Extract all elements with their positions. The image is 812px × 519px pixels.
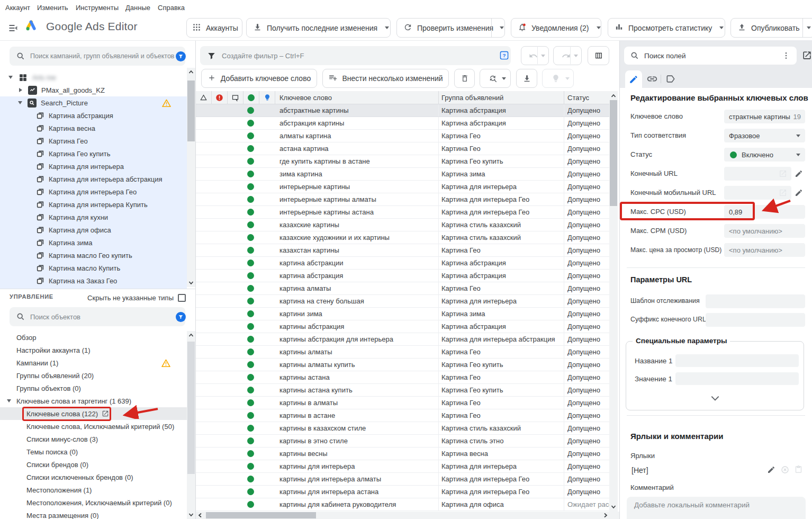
keyword-row[interactable]: картина на стену большаяКартина для инте… — [196, 295, 610, 308]
keyword-input[interactable]: страктные картины 19 — [724, 110, 805, 123]
view-statistics-button[interactable]: Просмотреть статистику — [608, 18, 725, 38]
tree-scrollbar[interactable] — [187, 68, 195, 287]
tree-ad-group[interactable]: Картина весна — [0, 122, 187, 135]
management-item[interactable]: Ключевые слова, Исключаемый критерий (50… — [0, 420, 187, 433]
tree-ad-group[interactable]: Картина для интерьера — [0, 160, 187, 173]
management-item[interactable]: Кампании (1) — [0, 356, 187, 369]
keyword-row[interactable]: картины в алматыКартина ГеоДопущено — [196, 397, 610, 409]
status-select[interactable]: Включено — [724, 148, 805, 162]
keyword-row[interactable]: зима картинаКартина зимаДопущено — [196, 168, 610, 181]
tree-ad-group[interactable]: Картина для интерьера Гео — [0, 185, 187, 198]
max-cpm-input[interactable]: <по умолчанию> — [724, 224, 805, 238]
keyword-row[interactable]: картина абстракцияКартина абстракцияДопу… — [196, 270, 610, 282]
edit-final-url-icon[interactable] — [795, 169, 803, 180]
edit-final-mobile-url-icon[interactable] — [795, 189, 803, 199]
keyword-row[interactable]: интерьерные картины астанаКартина для ин… — [196, 206, 610, 219]
tree-filter-button[interactable] — [176, 51, 186, 61]
tree-account-row[interactable]: Arts me — [0, 71, 187, 84]
menu-3[interactable]: Инструменты — [76, 0, 119, 16]
tree-ad-group[interactable]: Картина масло Купить — [0, 262, 187, 274]
undo-button[interactable] — [521, 46, 549, 65]
management-item[interactable]: Списки минус-слов (3) — [0, 433, 187, 445]
tree-ad-group[interactable]: Картина абстракция — [0, 109, 187, 122]
more-options-icon[interactable] — [782, 51, 790, 62]
expand-params-icon[interactable] — [710, 395, 720, 404]
keyword-row[interactable]: алматы картинаКартина ГеоДопущено — [196, 130, 610, 142]
keyword-row[interactable]: картины для интерьераКартина для интерье… — [196, 460, 610, 473]
tree-ad-group[interactable]: Картина для офиса — [0, 223, 187, 236]
find-replace-button[interactable] — [480, 69, 511, 88]
management-item[interactable]: Списки брендов (0) — [0, 458, 187, 471]
management-item[interactable]: Места размещения (0) — [0, 509, 187, 519]
column-comment-icon[interactable] — [228, 91, 243, 104]
keyword-row[interactable]: казахские картиныКартина стиль казахский… — [196, 219, 610, 231]
management-item[interactable]: Местоположения, Исключаемый критерий (0) — [0, 496, 187, 509]
tree-ad-group[interactable]: Картина для интерьера Купить — [0, 198, 187, 211]
tree-campaign-search[interactable]: Search_Picture — [0, 96, 187, 109]
keyword-row[interactable]: картины весныКартина веснаДопущено — [196, 448, 610, 460]
keyword-row[interactable]: картины астана купитьКартина Гео купитьД… — [196, 384, 610, 397]
max-cpv-input[interactable]: <по умолчанию> — [724, 243, 805, 257]
keyword-row[interactable]: где купить картины в астанеКартина Гео к… — [196, 155, 610, 168]
objects-filter-button[interactable] — [176, 312, 186, 322]
tree-ad-group[interactable]: Картина Гео — [0, 135, 187, 147]
collapse-icon[interactable] — [18, 101, 22, 104]
open-in-window-icon[interactable] — [802, 50, 812, 62]
match-type-select[interactable]: Фразовое — [724, 129, 805, 142]
keyword-row[interactable]: казахстан картиныКартина ГеоДопущено — [196, 244, 610, 257]
column-error-icon[interactable] — [212, 91, 227, 104]
tree-ad-group[interactable]: Картина зима — [0, 236, 187, 249]
keyword-row[interactable]: картины для интерьера астанаКартина для … — [196, 486, 610, 498]
management-item[interactable]: Темы поиска (0) — [0, 445, 187, 458]
tracking-template-input[interactable] — [706, 294, 805, 308]
keyword-row[interactable]: картины алматыКартина ГеоДопущено — [196, 346, 610, 359]
management-item[interactable]: Обзор — [0, 331, 187, 344]
final-url-suffix-input[interactable] — [706, 313, 805, 327]
tree-ad-group[interactable]: Картина для интерьера абстракция — [0, 173, 187, 185]
tree-ad-group[interactable]: Картина для кухни — [0, 211, 187, 223]
column-keyword[interactable]: Ключевое слово — [279, 91, 332, 104]
filter-input[interactable]: Создайте фильтр – Ctrl+F ? — [200, 46, 511, 65]
fields-search-input[interactable]: Поиск полей — [624, 47, 797, 65]
keyword-row[interactable]: картины астанаКартина ГеоДопущено — [196, 371, 610, 384]
collapse-sidebar-icon[interactable] — [8, 23, 19, 35]
accounts-button[interactable]: Аккаунты — [186, 18, 242, 38]
keyword-row[interactable]: картины алматы купитьКартина Гео купитьД… — [196, 359, 610, 371]
tree-ad-group[interactable]: Картина масло Гео купить — [0, 249, 187, 262]
table-horizontal-scrollbar[interactable] — [196, 512, 610, 519]
hide-types-checkbox[interactable] — [178, 294, 186, 302]
keyword-row[interactable]: картины в этно стилеКартина стиль этноДо… — [196, 435, 610, 448]
keyword-row[interactable]: интерьерные картиныКартина для интерьера… — [196, 181, 610, 193]
management-scrollbar[interactable] — [187, 331, 195, 519]
check-changes-button[interactable]: Проверить изменения — [396, 18, 505, 38]
collapse-icon[interactable] — [8, 76, 13, 79]
menu-4[interactable]: Данные — [125, 0, 150, 16]
table-vertical-scrollbar[interactable] — [609, 91, 618, 512]
column-status[interactable]: Статус — [567, 91, 589, 104]
keyword-row[interactable]: картины абстракцияКартина абстракцияДопу… — [196, 320, 610, 333]
chevron-down-icon[interactable] — [500, 26, 504, 29]
keyword-row[interactable]: картини зимаКартина зимаДопущено — [196, 308, 610, 320]
keyword-row[interactable]: казахские художники и их картиныКартина … — [196, 231, 610, 244]
filter-help-icon[interactable]: ? — [500, 51, 509, 62]
menu-2[interactable]: Изменить — [37, 0, 68, 16]
column-status-icon[interactable] — [243, 91, 259, 104]
expand-icon[interactable] — [19, 88, 22, 92]
objects-search-input[interactable]: Поиск объектов — [10, 307, 185, 326]
suggestions-button[interactable] — [542, 69, 574, 88]
column-warning-icon[interactable] — [196, 91, 211, 104]
comment-textarea[interactable]: Добавьте локальный комментарий — [627, 497, 806, 519]
management-item[interactable]: Списки исключенных брендов (0) — [0, 471, 187, 484]
get-recent-changes-button[interactable]: Получить последние изменения — [246, 18, 391, 38]
bulk-edit-button[interactable]: Внести несколько изменений — [322, 69, 449, 88]
post-changes-button[interactable]: Опубликовать — [730, 18, 812, 38]
menu-5[interactable]: Справка — [158, 0, 185, 16]
redo-button[interactable] — [553, 46, 582, 65]
tree-ad-group[interactable]: Картина на Заказ Гео — [0, 274, 187, 287]
notifications-button[interactable]: Уведомления (2) — [511, 18, 601, 38]
keyword-row[interactable]: картины для интерьера алматыКартина для … — [196, 473, 610, 486]
column-ad-group[interactable]: Группа объявлений — [441, 91, 503, 104]
tree-campaign-pmax[interactable]: PMax_all_goods_KZ — [0, 84, 187, 96]
column-idea-icon[interactable] — [259, 91, 275, 104]
add-keyword-button[interactable]: Добавить ключевое слово — [201, 69, 317, 88]
